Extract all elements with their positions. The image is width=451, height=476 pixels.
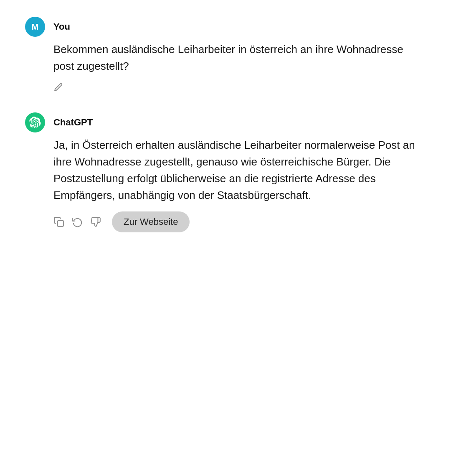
chat-container: M You Bekommen ausländische Leiharbeiter… — [25, 17, 426, 232]
user-avatar: M — [25, 17, 45, 37]
zur-webseite-button[interactable]: Zur Webseite — [112, 211, 190, 232]
avatar-letter: M — [32, 22, 39, 32]
user-message: M You Bekommen ausländische Leiharbeiter… — [25, 17, 426, 92]
gpt-avatar — [25, 112, 45, 132]
copy-icon[interactable] — [53, 216, 64, 227]
gpt-message-text: Ja, in Österreich erhalten ausländische … — [53, 137, 426, 204]
edit-icon[interactable] — [53, 82, 63, 92]
user-message-text: Bekommen ausländische Leiharbeiter in ös… — [53, 41, 426, 75]
user-sender-name: You — [53, 21, 70, 32]
gpt-message-actions: Zur Webseite — [53, 211, 426, 232]
user-message-header: M You — [25, 17, 426, 37]
user-message-body: Bekommen ausländische Leiharbeiter in ös… — [25, 41, 426, 92]
thumbs-down-icon[interactable] — [90, 216, 101, 227]
gpt-sender-name: ChatGPT — [53, 117, 93, 128]
gpt-message-body: Ja, in Österreich erhalten ausländische … — [25, 137, 426, 232]
gpt-message: ChatGPT Ja, in Österreich erhalten auslä… — [25, 112, 426, 232]
gpt-message-header: ChatGPT — [25, 112, 426, 132]
user-message-actions — [53, 82, 426, 92]
regenerate-icon[interactable] — [72, 216, 83, 227]
svg-rect-0 — [58, 221, 63, 227]
